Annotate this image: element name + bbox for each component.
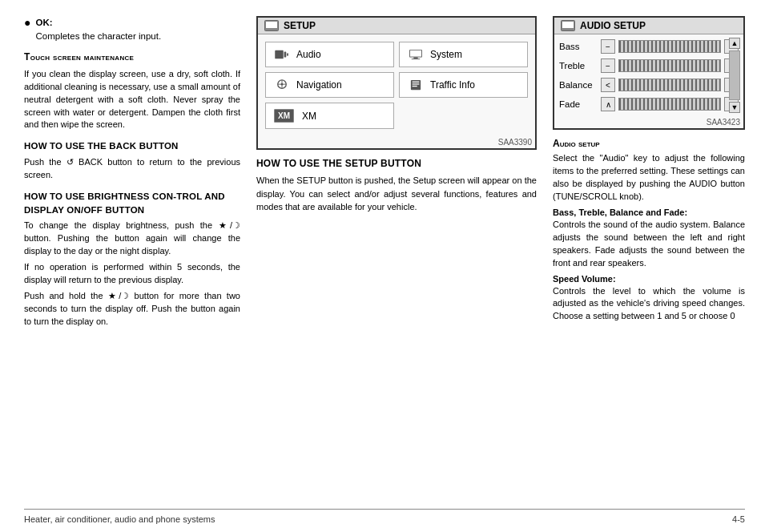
setup-btn-audio-label: Audio [296,49,321,60]
bass-minus-btn[interactable]: − [601,39,615,54]
ok-desc: Completes the character input. [35,31,161,41]
bullet-dot: ● [24,16,30,42]
setup-btn-audio[interactable]: Audio [265,42,394,67]
balance-slider[interactable] [618,79,721,91]
setup-btn-xm-label: XM [302,111,316,122]
brightness-body3: Push and hold the ★/☽ button for more th… [24,290,240,328]
treble-minus-btn[interactable]: − [601,58,615,73]
xm-badge: XM [274,109,294,123]
fade-slider[interactable] [618,98,721,111]
bass-slider[interactable] [618,40,721,53]
ok-label: OK: [35,18,52,27]
audio-setup-title-label: AUDIO SETUP [580,20,646,31]
setup-btn-system-label: System [430,49,462,60]
setup-btn-xm[interactable]: XM XM [265,103,394,129]
audio-setup-text: Audio setup Select the "Audio" key to ad… [553,138,745,327]
setup-btn-navigation[interactable]: Navigation [265,72,394,98]
how-to-setup-heading: HOW TO USE THE SETUP BUTTON [256,158,537,169]
svg-rect-20 [566,28,570,30]
svg-rect-17 [413,86,417,87]
treble-slider[interactable] [618,59,721,72]
setup-saa-label: SAA3390 [258,136,535,148]
svg-rect-9 [412,58,421,59]
treble-label: Treble [559,61,598,71]
fade-up-btn[interactable]: ∧ [601,97,615,111]
svg-rect-15 [413,82,420,83]
how-to-setup-body: When the SETUP button is pushed, the Set… [256,174,537,214]
audio-row-treble: Treble − + [559,57,739,75]
bass-label: Bass [559,42,598,51]
back-body: Push the ↺ BACK button to return to the … [24,156,240,182]
svg-rect-5 [287,53,288,56]
right-column: AUDIO SETUP Bass − + Treble − [553,16,745,506]
svg-rect-1 [266,22,277,28]
audio-setup-section-title: Audio setup [553,138,745,149]
page-footer: Heater, air conditioner, audio and phone… [24,509,745,524]
back-heading: HOW TO USE THE BACK BUTTON [24,139,240,153]
audio-setup-title-bar: AUDIO SETUP [554,18,743,34]
setup-btn-traffic-label: Traffic Info [430,79,475,91]
page-container: ● OK: Completes the character input. Tou… [0,0,769,532]
system-icon [408,48,424,61]
svg-rect-16 [413,83,420,84]
setup-title-bar: SETUP [258,18,535,34]
brightness-body1: To change the display brightness, push t… [24,220,240,258]
balance-left-btn[interactable]: < [601,78,615,92]
svg-rect-7 [410,50,421,57]
navigation-icon [274,79,290,91]
speed-volume-body: Controls the level to which the volume i… [553,285,745,324]
setup-btn-navigation-label: Navigation [296,79,342,91]
bass-treble-heading: Bass, Treble, Balance and Fade: [553,208,745,217]
audio-setup-screen: AUDIO SETUP Bass − + Treble − [553,16,745,130]
left-column: ● OK: Completes the character input. Tou… [24,16,240,506]
scroll-thumb [729,50,740,100]
touch-heading: Touch screen maintenance [24,50,240,64]
svg-point-13 [281,83,284,86]
touch-body: If you clean the display screen, use a d… [24,68,240,132]
svg-rect-3 [275,50,284,59]
svg-rect-19 [562,22,574,28]
footer-text: Heater, air conditioner, audio and phone… [24,514,732,524]
how-to-setup-section: HOW TO USE THE SETUP BUTTON When the SET… [256,158,537,214]
audio-setup-screen-icon [561,20,575,31]
audio-scrollbar[interactable]: ▲ ▼ [729,38,740,113]
page-number: 4-5 [732,514,745,524]
speed-volume-heading: Speed Volume: [553,274,745,284]
svg-rect-4 [284,52,287,58]
setup-grid: Audio System [258,34,535,136]
balance-label: Balance [559,80,598,90]
audio-row-balance: Balance < > [559,76,739,94]
setup-title-label: SETUP [284,20,316,31]
audio-rows: Bass − + Treble − + Balance [554,34,743,116]
ok-item: ● OK: Completes the character input. [24,16,240,42]
svg-rect-8 [413,58,417,59]
scroll-up-btn[interactable]: ▲ [729,38,740,49]
fade-label: Fade [559,99,598,109]
audio-saa-label: SAA3423 [554,116,743,128]
audio-row-bass: Bass − + [559,38,739,55]
main-content: ● OK: Completes the character input. Tou… [24,16,745,506]
audio-icon [274,48,290,61]
middle-column: SETUP Audio [256,16,537,506]
audio-row-fade: Fade ∧ ∨ [559,95,739,113]
brightness-body2: If no operation is performed within 5 se… [24,261,240,287]
setup-screen-icon [264,20,279,31]
setup-btn-traffic[interactable]: Traffic Info [399,72,528,98]
traffic-icon [408,79,424,91]
bass-treble-body: Controls the sound of the audio system. … [553,219,745,270]
scroll-down-btn[interactable]: ▼ [729,102,740,113]
setup-btn-system[interactable]: System [399,42,528,67]
brightness-heading: HOW TO USE BRIGHTNESS CON-TROL AND DISPL… [24,190,240,216]
audio-setup-body: Select the "Audio" key to adjust the fol… [553,152,745,204]
svg-rect-2 [269,28,274,30]
setup-screen: SETUP Audio [256,16,537,150]
